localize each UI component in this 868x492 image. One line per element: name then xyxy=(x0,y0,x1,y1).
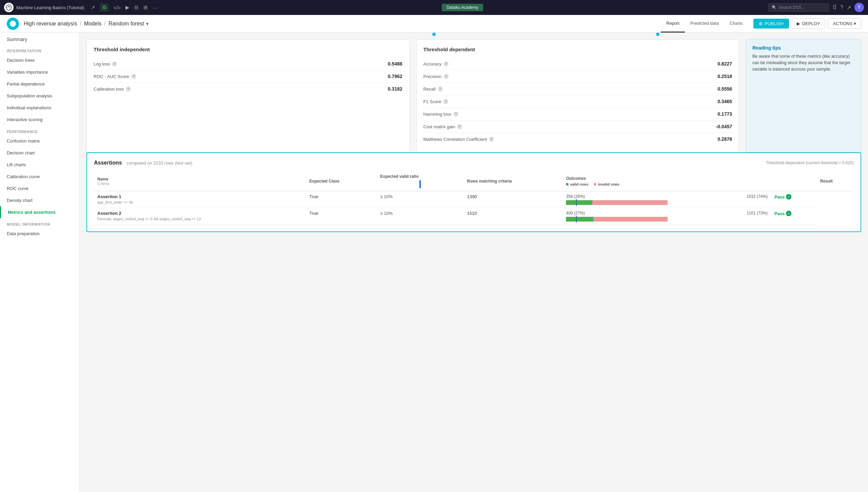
threshold-independent-title: Threshold independent xyxy=(94,46,402,52)
cost-matrix-value: -0.0457 xyxy=(716,124,732,129)
recycle-icon[interactable]: ♻ xyxy=(100,3,108,12)
content-area: Threshold independent Log loss ? 0.5488 … xyxy=(80,33,868,492)
assertions-header: Assertions computed on 2233 rows (test s… xyxy=(94,160,854,166)
metric-precision: Precision? 0.2518 xyxy=(423,70,732,83)
assertion-2-ratio: ≥ 10% xyxy=(377,208,463,225)
roc-auc-help-icon[interactable]: ? xyxy=(131,74,136,79)
play-icon[interactable]: ▶ xyxy=(125,4,130,11)
accuracy-help-icon[interactable]: ? xyxy=(443,61,449,67)
sidebar-item-confusion-matrix[interactable]: Confusion matrix xyxy=(0,135,79,147)
reading-tips-card: Reading tips Be aware that some of these… xyxy=(746,39,861,152)
sidebar-item-roc-curve[interactable]: ROC curve xyxy=(0,183,79,194)
metrics-tables-container: Threshold independent Log loss ? 0.5488 … xyxy=(86,39,739,152)
actions-chevron-icon: ▾ xyxy=(854,21,856,26)
threshold-dependent-metrics: Accuracy? 0.8227 Precision? 0.2518 Recal… xyxy=(423,58,732,145)
recall-help-icon[interactable]: ? xyxy=(438,87,443,92)
sidebar-item-subpopulation-analysis[interactable]: Subpopulation analysis xyxy=(0,90,79,102)
help-icon[interactable]: ? xyxy=(840,4,843,11)
sidebar-item-summary[interactable]: Summary xyxy=(0,33,79,45)
tab-report[interactable]: Report xyxy=(661,15,685,33)
tab-predicted-data[interactable]: Predicted data xyxy=(685,15,724,33)
roc-auc-value: 0.7962 xyxy=(388,74,402,79)
topbar-right: 🔍 Search DSS... ⠿ ? ↗ T xyxy=(768,3,864,12)
tab-charts[interactable]: Charts xyxy=(724,15,748,33)
log-loss-help-icon[interactable]: ? xyxy=(112,61,117,67)
breadcrumb-models[interactable]: Models xyxy=(84,21,102,27)
assertion-2-pass-badge: Pass ✓ xyxy=(774,211,813,216)
matthews-value: 0.2878 xyxy=(717,136,732,142)
sidebar-item-decision-trees[interactable]: Decision trees xyxy=(0,54,79,66)
search-placeholder: Search DSS... xyxy=(779,5,805,10)
assertions-threshold-info: Threshold-dependent (current threshold =… xyxy=(766,160,854,165)
breadcrumb-dropdown-icon[interactable]: ▾ xyxy=(146,21,149,26)
send-icon[interactable]: ↗ xyxy=(91,4,95,11)
sidebar-item-partial-dependence[interactable]: Partial dependence xyxy=(0,78,79,90)
assertion-1-name-cell: Assertion 1 age_first_order >= 40 xyxy=(94,191,306,208)
assertions-card: Assertions computed on 2233 rows (test s… xyxy=(86,152,861,232)
assertion-2-valid-bar xyxy=(566,217,593,222)
sidebar-item-data-preparation[interactable]: Data preparation xyxy=(0,228,79,240)
sidebar-item-interactive-scoring[interactable]: Interactive scoring xyxy=(0,114,79,126)
metric-log-loss: Log loss ? 0.5488 xyxy=(94,58,402,70)
matthews-help-icon[interactable]: ? xyxy=(489,137,494,142)
f1-score-help-icon[interactable]: ? xyxy=(443,99,448,104)
sidebar-item-metrics-assertions[interactable]: Metrics and assertions xyxy=(0,206,79,218)
chart-icon[interactable]: ↗ xyxy=(847,4,851,11)
cost-matrix-help-icon[interactable]: ? xyxy=(457,124,462,129)
more-icon[interactable]: ··· xyxy=(153,5,157,11)
app-logo[interactable] xyxy=(4,3,14,12)
assertion-1-invalid-bar xyxy=(592,200,668,205)
matthews-label: Matthews Correlation Coefficient xyxy=(423,137,487,142)
sidebar-item-variables-importance[interactable]: Variables importance xyxy=(0,66,79,78)
sidebar-item-decision-chart[interactable]: Decision chart xyxy=(0,147,79,159)
legend-invalid-label: invalid rows xyxy=(598,182,619,186)
sidebar-item-individual-explanations[interactable]: Individual explanations xyxy=(0,102,79,114)
breadcrumb-current[interactable]: Random forest xyxy=(108,21,144,27)
cost-matrix-label: Cost matrix gain xyxy=(423,124,455,129)
apps-icon[interactable]: ⠿ xyxy=(832,4,837,11)
sidebar-item-density-chart[interactable]: Density chart xyxy=(0,194,79,206)
subheader: High revenue analysis / Models / Random … xyxy=(0,15,868,33)
th-name: Name Criteria xyxy=(94,171,306,191)
precision-help-icon[interactable]: ? xyxy=(443,74,449,79)
assertion-row-2: Assertion 2 Formula: pages_visited_avg >… xyxy=(94,208,854,225)
sidebar: Summary INTERPRETATION Decision trees Va… xyxy=(0,33,80,492)
main-layout: Summary INTERPRETATION Decision trees Va… xyxy=(0,33,868,492)
code-icon[interactable]: </> xyxy=(113,5,121,11)
th-result: Result xyxy=(817,171,854,191)
calibration-loss-help-icon[interactable]: ? xyxy=(126,87,131,92)
ratio-slider-thumb[interactable] xyxy=(419,180,421,188)
recall-value: 0.5556 xyxy=(717,86,732,92)
sidebar-item-lift-charts[interactable]: Lift charts xyxy=(0,159,79,171)
accuracy-label: Accuracy xyxy=(423,61,441,67)
publish-button[interactable]: ⊞ PUBLISH xyxy=(753,19,789,29)
breadcrumb-sep1: / xyxy=(80,21,81,27)
recall-label: Recall xyxy=(423,87,436,92)
org-badge[interactable]: Dataiku Academy xyxy=(442,4,483,11)
threshold-dependent-title: Threshold dependent xyxy=(423,46,732,52)
assertion-1-class: True xyxy=(306,191,377,208)
assertion-1-result: Pass ✓ xyxy=(771,191,817,208)
sidebar-item-calibration-curve[interactable]: Calibration curve xyxy=(0,171,79,183)
assertions-table-header-row: Name Criteria Expected Class Expected va… xyxy=(94,171,854,191)
user-avatar[interactable]: T xyxy=(854,3,864,12)
assertion-2-pass-icon: ✓ xyxy=(786,211,791,216)
deploy-button[interactable]: ▶ DEPLOY xyxy=(792,18,825,29)
assertion-1-outcomes: 358 (26%) 1032 (74%) xyxy=(563,191,771,208)
metric-cost-matrix: Cost matrix gain? -0.0457 xyxy=(423,120,732,133)
assertion-1-rows: 1390 xyxy=(463,191,563,208)
breadcrumb-project[interactable]: High revenue analysis xyxy=(24,21,77,27)
hamming-loss-value: 0.1773 xyxy=(717,111,732,117)
search-box[interactable]: 🔍 Search DSS... xyxy=(768,3,829,12)
topbar-middle: Dataiku Academy xyxy=(160,4,766,11)
grid-icon[interactable]: ⊞ xyxy=(143,4,148,11)
th-expected-ratio: Expected valid ratio xyxy=(377,171,463,191)
metric-f1-score: F1 Score? 0.3465 xyxy=(423,95,732,108)
hamming-loss-label: Hamming loss xyxy=(423,112,451,117)
hamming-loss-help-icon[interactable]: ? xyxy=(453,112,458,117)
progress-dot-active xyxy=(432,33,436,36)
assertion-2-result: Pass ✓ xyxy=(771,208,817,225)
actions-button[interactable]: ACTIONS ▾ xyxy=(828,18,861,29)
table-icon[interactable]: ⊟ xyxy=(134,4,139,11)
log-loss-label: Log loss xyxy=(94,61,110,67)
